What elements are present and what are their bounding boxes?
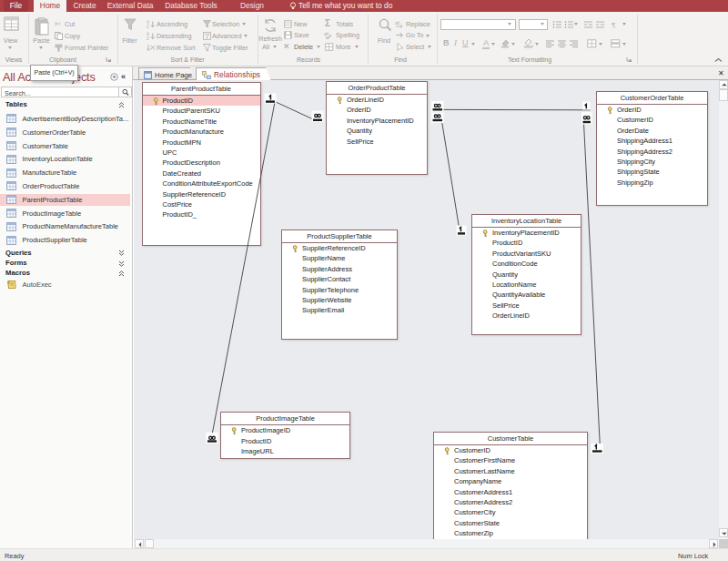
svg-text:ab: ab [395, 20, 400, 26]
svg-text:¶: ¶ [612, 21, 615, 29]
svg-text:ab: ab [324, 31, 329, 36]
svg-text:Z: Z [147, 36, 149, 41]
svg-text:Z: Z [147, 25, 149, 29]
